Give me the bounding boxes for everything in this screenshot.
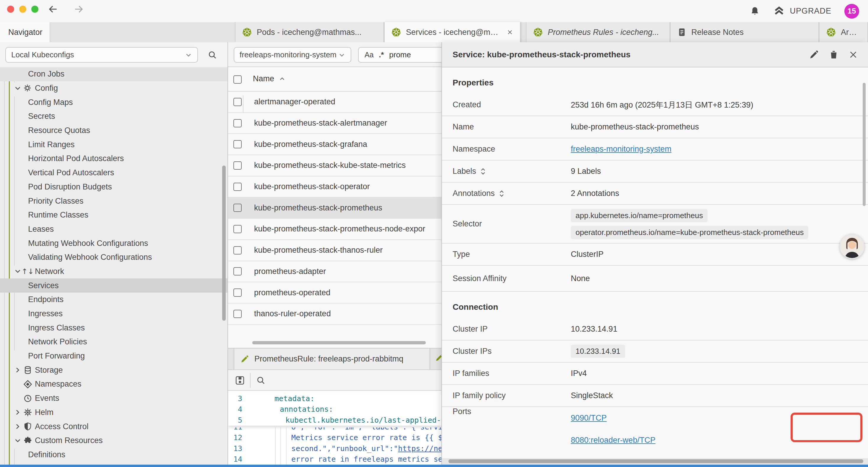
sidebar-item-ingresses[interactable]: Ingresses bbox=[0, 307, 227, 321]
service-table-row[interactable]: kube-prometheus-stack-thanos-ruler bbox=[228, 240, 441, 261]
kubeconfig-selector[interactable]: Local Kubeconfigs bbox=[5, 47, 198, 63]
navigator-search-icon[interactable] bbox=[208, 50, 217, 60]
editor-search-icon[interactable] bbox=[256, 375, 266, 385]
match-case-icon[interactable]: Aa bbox=[365, 51, 374, 59]
tree-chevron-icon[interactable] bbox=[13, 366, 22, 374]
sidebar-item-resource-quotas[interactable]: Resource Quotas bbox=[0, 123, 227, 138]
tab-services-icecheng-math[interactable]: Services - icecheng@math... bbox=[384, 22, 521, 42]
drawer-hscrollbar-thumb[interactable] bbox=[448, 459, 863, 463]
sidebar-item-mutating-webhook-configurations[interactable]: Mutating Webhook Configurations bbox=[0, 236, 227, 250]
sidebar-scrollbar-thumb[interactable] bbox=[222, 166, 226, 321]
sidebar-item-pod-disruption-budgets[interactable]: Pod Disruption Budgets bbox=[0, 180, 227, 194]
sidebar-item-events[interactable]: Events bbox=[0, 391, 227, 406]
sidebar-item-config-maps[interactable]: Config Maps bbox=[0, 95, 227, 109]
sidebar-item-network-policies[interactable]: Network Policies bbox=[0, 335, 227, 349]
edit-pencil-icon[interactable] bbox=[809, 50, 819, 60]
yaml-editor[interactable]: 3metadata:4annotations:5kubectl.kubernet… bbox=[228, 391, 441, 465]
delete-trash-icon[interactable] bbox=[829, 50, 838, 59]
tree-chevron-icon[interactable] bbox=[13, 85, 22, 92]
assistant-avatar[interactable] bbox=[840, 234, 864, 259]
yaml-tab-prometheusrule[interactable]: PrometheusRule: freeleaps-prod-rabbitmq bbox=[234, 348, 430, 370]
filter-input[interactable]: Aa .* prome bbox=[358, 47, 441, 63]
tab-prometheus-rules-icecheng[interactable]: Prometheus Rules - icecheng... bbox=[526, 22, 670, 42]
sidebar-item-namespaces[interactable]: Namespaces bbox=[0, 377, 227, 391]
service-table-row[interactable]: prometheus-operated bbox=[228, 282, 441, 303]
sidebar-item-services[interactable]: Services bbox=[0, 279, 227, 293]
sidebar-item-definitions[interactable]: Definitions bbox=[0, 448, 227, 462]
row-checkbox[interactable] bbox=[234, 225, 242, 233]
namespace-link[interactable]: freeleaps-monitoring-system bbox=[571, 145, 672, 154]
service-table-row[interactable]: kube-prometheus-stack-kube-state-metrics bbox=[228, 155, 441, 176]
tree-chevron-icon[interactable] bbox=[13, 267, 22, 275]
service-table-row[interactable]: kube-prometheus-stack-operator bbox=[228, 176, 441, 198]
port-link[interactable]: 9090/TCP bbox=[571, 413, 607, 423]
drawer-vscrollbar-thumb[interactable] bbox=[863, 83, 866, 206]
service-table-row[interactable]: kube-prometheus-stack-prometheus-node-ex… bbox=[228, 219, 441, 240]
save-icon[interactable] bbox=[235, 375, 245, 386]
editor-link[interactable]: https://net bbox=[398, 444, 441, 453]
sidebar-item-endpoints[interactable]: Endpoints bbox=[0, 293, 227, 307]
tree-chevron-icon[interactable] bbox=[13, 408, 22, 416]
forward-arrow-icon[interactable] bbox=[73, 4, 85, 15]
sidebar-item-config[interactable]: Config bbox=[0, 81, 227, 95]
tab-argo-se[interactable]: Argo Se bbox=[819, 22, 868, 42]
tree-chevron-icon[interactable] bbox=[13, 423, 22, 430]
service-table-row[interactable]: kube-prometheus-stack-alertmanager bbox=[228, 113, 441, 134]
service-table-row[interactable]: alertmanager-operated bbox=[228, 92, 441, 113]
tab-pods-icecheng-mathmas[interactable]: Pods - icecheng@mathmas... bbox=[235, 22, 384, 42]
tab-release-notes[interactable]: Release Notes bbox=[670, 22, 819, 42]
detail-value: 2 Annotations bbox=[571, 189, 619, 198]
column-header-name[interactable]: Name bbox=[253, 74, 274, 83]
row-checkbox[interactable] bbox=[234, 119, 242, 127]
sidebar-item-access-control[interactable]: Access Control bbox=[0, 419, 227, 434]
sidebar-item-leases[interactable]: Leases bbox=[0, 222, 227, 236]
yaml-tab-clipped[interactable] bbox=[435, 353, 441, 365]
sidebar-item-custom-resources[interactable]: Custom Resources bbox=[0, 434, 227, 448]
row-checkbox[interactable] bbox=[234, 267, 242, 275]
traffic-light-zoom[interactable] bbox=[31, 6, 38, 13]
service-table-row[interactable]: thanos-ruler-operated bbox=[228, 303, 441, 325]
expand-collapse-icon[interactable] bbox=[480, 167, 486, 176]
row-checkbox[interactable] bbox=[234, 162, 242, 170]
notification-count-badge[interactable]: 15 bbox=[844, 4, 859, 19]
sidebar-item-validating-webhook-configurations[interactable]: Validating Webhook Configurations bbox=[0, 250, 227, 265]
sidebar-item-runtime-classes[interactable]: Runtime Classes bbox=[0, 208, 227, 222]
service-table-row[interactable]: kube-prometheus-stack-grafana bbox=[228, 134, 441, 155]
regex-icon[interactable]: .* bbox=[379, 51, 384, 59]
namespace-selector[interactable]: freeleaps-monitoring-system bbox=[234, 47, 351, 63]
row-checkbox[interactable] bbox=[234, 246, 242, 255]
row-checkbox[interactable] bbox=[234, 183, 242, 191]
tab-navigator[interactable]: Navigator bbox=[0, 22, 50, 42]
sidebar-item-port-forwarding[interactable]: Port Forwarding bbox=[0, 349, 227, 363]
sidebar-item-secrets[interactable]: Secrets bbox=[0, 109, 227, 123]
upgrade-button[interactable]: UPGRADE bbox=[773, 5, 831, 17]
tab-close-icon[interactable] bbox=[506, 29, 514, 36]
sidebar-item-horizontal-pod-autoscalers[interactable]: Horizontal Pod Autoscalers bbox=[0, 152, 227, 166]
sidebar-item-helm[interactable]: Helm bbox=[0, 406, 227, 420]
expand-collapse-icon[interactable] bbox=[498, 189, 505, 198]
row-checkbox[interactable] bbox=[234, 310, 242, 318]
service-table-row[interactable]: kube-prometheus-stack-prometheus bbox=[228, 198, 441, 219]
port-link[interactable]: 8080:reloader-web/TCP bbox=[571, 436, 656, 445]
sort-ascending-icon[interactable] bbox=[279, 76, 285, 82]
notifications-bell-icon[interactable] bbox=[749, 6, 760, 17]
sidebar-item-storage[interactable]: Storage bbox=[0, 363, 227, 377]
tree-chevron-icon[interactable] bbox=[13, 437, 22, 444]
sidebar-item-cron-jobs[interactable]: Cron Jobs bbox=[0, 67, 227, 81]
row-checkbox[interactable] bbox=[234, 289, 242, 297]
sidebar-item-vertical-pod-autoscalers[interactable]: Vertical Pod Autoscalers bbox=[0, 166, 227, 180]
sidebar-item-priority-classes[interactable]: Priority Classes bbox=[0, 194, 227, 208]
back-arrow-icon[interactable] bbox=[47, 4, 59, 15]
select-all-checkbox[interactable] bbox=[234, 76, 242, 84]
sidebar-item-limit-ranges[interactable]: Limit Ranges bbox=[0, 138, 227, 152]
row-checkbox[interactable] bbox=[234, 98, 242, 106]
row-checkbox[interactable] bbox=[234, 204, 242, 212]
sidebar-item-ingress-classes[interactable]: Ingress Classes bbox=[0, 321, 227, 335]
service-table-row[interactable]: prometheus-adapter bbox=[228, 261, 441, 283]
table-hscrollbar-thumb[interactable] bbox=[252, 341, 426, 344]
row-checkbox[interactable] bbox=[234, 140, 242, 148]
traffic-light-minimize[interactable] bbox=[19, 6, 26, 13]
traffic-light-close[interactable] bbox=[7, 6, 14, 13]
close-icon[interactable] bbox=[848, 50, 858, 59]
sidebar-item-network[interactable]: ↑↓ Network bbox=[0, 265, 227, 279]
